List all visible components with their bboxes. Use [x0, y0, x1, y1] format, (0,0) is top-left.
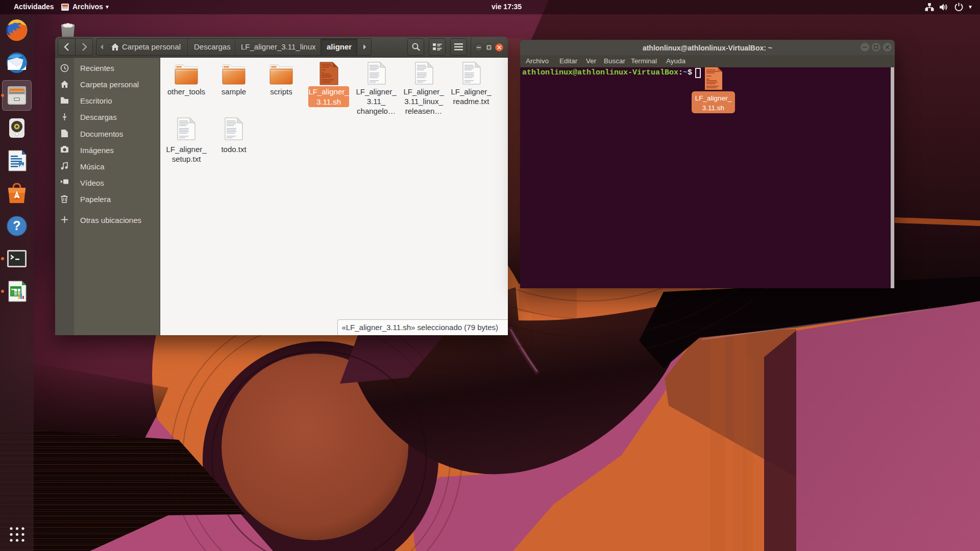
svg-text:?: ?: [13, 218, 20, 233]
